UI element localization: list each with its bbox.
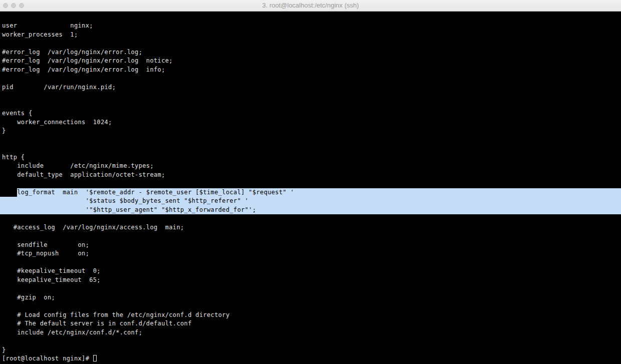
terminal-line <box>0 39 621 48</box>
terminal-line <box>0 74 621 83</box>
terminal-line <box>0 337 621 346</box>
terminal-line <box>0 302 621 311</box>
terminal-line <box>0 258 621 267</box>
terminal-line: #gzip on; <box>0 293 621 302</box>
terminal-line: # Load config files from the /etc/nginx/… <box>0 311 621 320</box>
terminal-line: #error_log /var/log/nginx/error.log noti… <box>0 57 621 66</box>
terminal-line <box>0 179 621 188</box>
terminal-line: } <box>0 346 621 355</box>
shell-prompt: [root@localhost nginx]# <box>2 355 93 362</box>
terminal-line <box>0 136 621 145</box>
terminal-line: #keepalive_timeout 0; <box>0 267 621 276</box>
terminal-line <box>0 92 621 101</box>
zoom-button[interactable] <box>19 3 24 8</box>
titlebar[interactable]: 3. root@localhost:/etc/nginx (ssh) <box>0 0 621 12</box>
terminal-line <box>0 284 621 293</box>
terminal-line: worker_connections 1024; <box>0 118 621 127</box>
terminal-line: #tcp_nopush on; <box>0 249 621 258</box>
terminal-line <box>0 144 621 153</box>
terminal-line: sendfile on; <box>0 241 621 250</box>
terminal-screen[interactable]: user nginx;worker_processes 1;#error_log… <box>0 12 621 364</box>
prompt-line: [root@localhost nginx]# <box>0 354 621 363</box>
terminal-line: user nginx; <box>0 22 621 31</box>
terminal-line: default_type application/octet-stream; <box>0 171 621 180</box>
terminal-cursor <box>93 355 97 361</box>
terminal-line: #error_log /var/log/nginx/error.log; <box>0 48 621 57</box>
terminal-line: include /etc/nginx/conf.d/*.conf; <box>0 328 621 337</box>
terminal-line: http { <box>0 153 621 162</box>
terminal-line: #error_log /var/log/nginx/error.log info… <box>0 66 621 75</box>
terminal-line: include /etc/nginx/mime.types; <box>0 162 621 171</box>
close-button[interactable] <box>3 3 8 8</box>
terminal-window: 3. root@localhost:/etc/nginx (ssh) user … <box>0 0 621 364</box>
terminal-line: events { <box>0 109 621 118</box>
terminal-line-selected: '$status $body_bytes_sent "$http_referer… <box>0 197 621 206</box>
minimize-button[interactable] <box>11 3 16 8</box>
terminal-line <box>0 101 621 110</box>
window-title: 3. root@localhost:/etc/nginx (ssh) <box>0 0 621 11</box>
terminal-line: } <box>0 127 621 136</box>
terminal-line: worker_processes 1; <box>0 31 621 40</box>
terminal-line: #access_log /var/log/nginx/access.log ma… <box>0 223 621 232</box>
terminal-line-selected: log_format main '$remote_addr - $remote_… <box>0 188 621 197</box>
terminal-line: # The default server is in conf.d/defaul… <box>0 319 621 328</box>
terminal-line: keepalive_timeout 65; <box>0 276 621 285</box>
terminal-line: pid /var/run/nginx.pid; <box>0 83 621 92</box>
terminal-line <box>0 214 621 223</box>
traffic-lights <box>3 0 24 11</box>
terminal-line <box>0 232 621 241</box>
terminal-line-selected: '"$http_user_agent" "$http_x_forwarded_f… <box>0 206 621 215</box>
